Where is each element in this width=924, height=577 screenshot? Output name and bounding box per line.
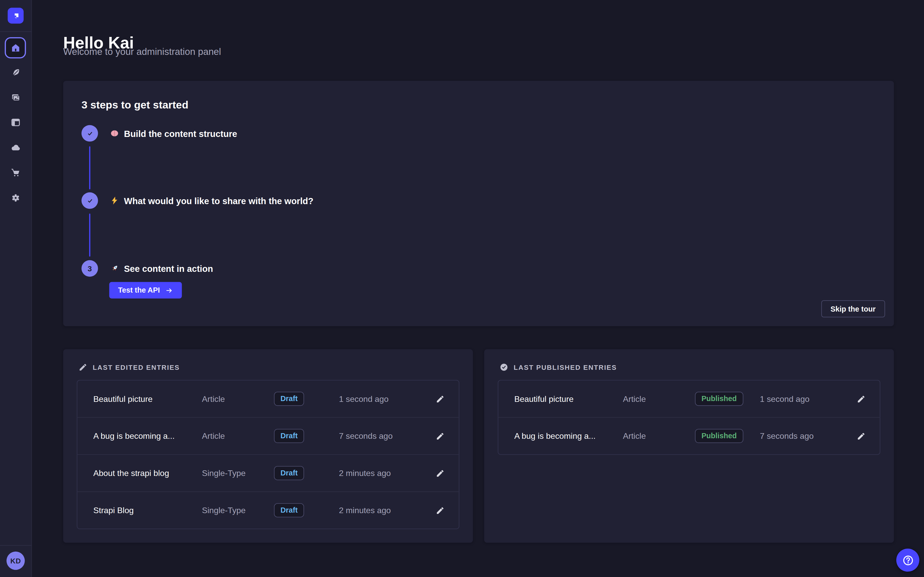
entry-type: Single-Type [202,506,274,515]
edit-entry-button[interactable] [857,432,866,440]
status-badge: Draft [274,466,304,480]
step-connector [89,214,90,257]
entry-time: 1 second ago [760,394,850,404]
pencil-icon [857,395,866,403]
pencil-icon [436,395,445,403]
strapi-logo[interactable] [8,8,24,24]
test-the-api-button[interactable]: Test the API [109,282,182,298]
zap-emoji [110,196,120,205]
edit-entry-button[interactable] [857,395,866,403]
edit-entry-button[interactable] [436,432,445,440]
panel-header: LAST EDITED ENTRIES [63,349,473,372]
entry-time: 7 seconds ago [760,431,850,441]
brain-emoji [110,129,120,138]
entry-time: 7 seconds ago [339,431,429,441]
panel-header: LAST PUBLISHED ENTRIES [484,349,894,372]
sidebar-divider [0,31,31,32]
status-badge: Published [695,392,743,406]
edit-entry-button[interactable] [436,506,445,515]
status-badge: Published [695,429,743,443]
feather-pen-icon [10,67,21,78]
entries-table: Beautiful picture Article Draft 1 second… [77,380,459,529]
strapi-admin-homepage: KD Hello Kai Welcome to your administrat… [0,0,924,577]
onboarding-card: 3 steps to get started 3 Build the conte… [63,81,894,326]
question-mark-icon [901,554,914,567]
sidebar-item-cloud[interactable] [5,137,26,158]
step-label: Build the content structure [124,128,237,138]
entry-name: A bug is becoming a... [514,431,623,441]
step-2[interactable]: What would you like to share with the wo… [110,192,313,209]
sidebar-item-content-manager[interactable] [5,62,26,83]
edit-entry-button[interactable] [436,469,445,478]
cart-icon [10,167,21,178]
help-button[interactable] [896,548,919,572]
entry-type: Article [202,431,274,441]
check-circle-icon [499,363,509,372]
sidebar-item-media-library[interactable] [5,87,26,108]
step-3-number-circle: 3 [81,260,98,276]
table-row[interactable]: Strapi Blog Single-Type Draft 2 minutes … [77,492,459,529]
entry-name: Beautiful picture [93,394,202,404]
edit-entry-button[interactable] [436,395,445,403]
home-icon [10,42,21,53]
skip-the-tour-button[interactable]: Skip the tour [821,300,885,318]
page-subtitle: Welcome to your administration panel [63,47,221,57]
entries-table: Beautiful picture Article Published 1 se… [498,380,880,455]
entry-type: Article [623,394,695,404]
pencil-icon [436,432,445,440]
gear-icon [10,192,21,203]
sidebar: KD [0,0,32,577]
sidebar-item-home[interactable] [5,37,26,58]
table-row[interactable]: Beautiful picture Article Published 1 se… [498,380,880,417]
sidebar-item-marketplace[interactable] [5,161,26,183]
entry-name: About the strapi blog [93,469,202,478]
strapi-logo-icon [10,10,21,21]
cloud-icon [10,142,21,153]
check-icon [85,129,94,138]
step-label: What would you like to share with the wo… [124,196,313,206]
entry-name: Beautiful picture [514,394,623,404]
panel-title: LAST EDITED ENTRIES [93,364,180,371]
user-avatar[interactable]: KD [6,551,25,570]
check-icon [85,196,94,205]
last-edited-entries-panel: LAST EDITED ENTRIES Beautiful picture Ar… [63,349,473,543]
skip-label: Skip the tour [830,305,876,313]
entry-time: 2 minutes ago [339,469,429,478]
table-row[interactable]: Beautiful picture Article Draft 1 second… [77,380,459,417]
step-number: 3 [87,264,92,273]
table-row[interactable]: A bug is becoming a... Article Draft 7 s… [77,417,459,454]
entry-type: Single-Type [202,469,274,478]
entry-name: Strapi Blog [93,506,202,515]
entry-name: A bug is becoming a... [93,431,202,441]
table-row[interactable]: A bug is becoming a... Article Published… [498,417,880,454]
status-badge: Draft [274,503,304,517]
entry-type: Article [623,431,695,441]
status-badge: Draft [274,392,304,406]
entry-type: Article [202,394,274,404]
layout-icon [10,116,21,128]
step-2-check-circle [81,192,98,209]
entry-time: 1 second ago [339,394,429,404]
onboarding-title: 3 steps to get started [81,99,188,111]
pencil-icon [79,363,87,372]
status-badge: Draft [274,429,304,443]
step-1[interactable]: Build the content structure [110,125,237,142]
rocket-emoji [110,264,120,273]
entry-time: 2 minutes ago [339,506,429,515]
pencil-icon [436,469,445,478]
cta-label: Test the API [118,286,160,294]
sidebar-item-settings[interactable] [5,187,26,208]
step-3[interactable]: See content in action [110,260,213,276]
step-label: See content in action [124,263,213,273]
sidebar-divider [0,545,31,546]
step-1-check-circle [81,125,98,142]
pencil-icon [436,506,445,515]
step-connector [89,146,90,189]
arrow-right-icon [165,287,173,294]
media-library-icon [10,92,21,103]
sidebar-item-content-type-builder[interactable] [5,111,26,133]
table-row[interactable]: About the strapi blog Single-Type Draft … [77,454,459,492]
panel-title: LAST PUBLISHED ENTRIES [514,364,617,371]
pencil-icon [857,432,866,440]
last-published-entries-panel: LAST PUBLISHED ENTRIES Beautiful picture… [484,349,894,543]
